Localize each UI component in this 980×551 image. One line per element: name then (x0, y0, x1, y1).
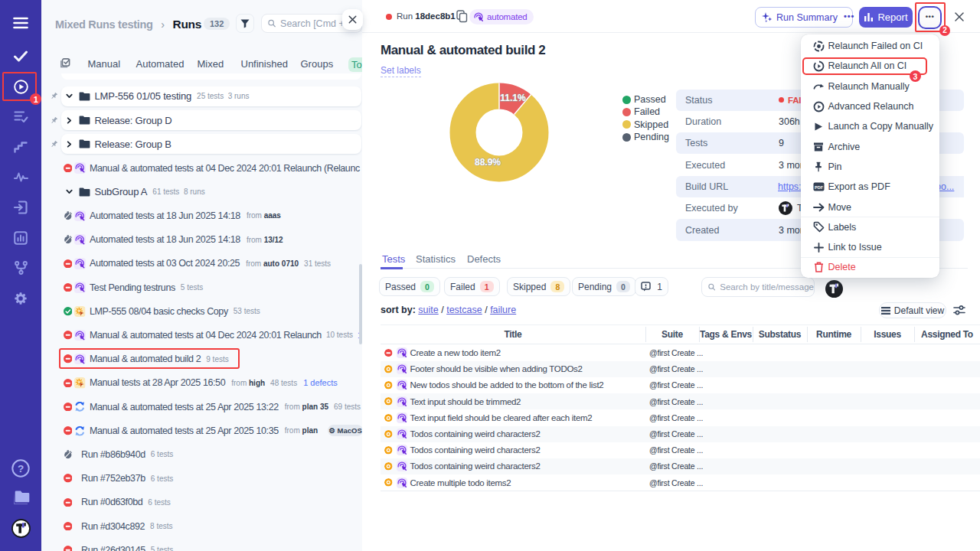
svg-text:88.9%: 88.9% (475, 157, 501, 168)
svg-text:11.1%: 11.1% (500, 93, 526, 103)
svg-text:PDF: PDF (815, 185, 824, 190)
svg-text:?: ? (18, 463, 24, 474)
